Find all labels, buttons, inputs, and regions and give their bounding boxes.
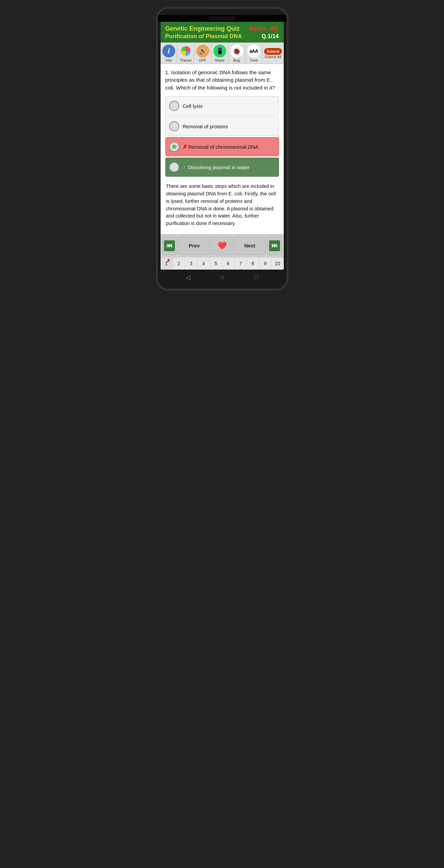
option-d[interactable]: ✓ Dissolving plasmid in water	[165, 158, 279, 177]
radio-c-fill	[172, 145, 176, 149]
question-area: 1. Isolation of genomic DNA follows the …	[161, 64, 284, 234]
page-numbers: 1 ✗ 2 3 4 5 6 7 8	[161, 257, 284, 270]
heart-icon: ❤️	[217, 241, 227, 250]
last-icon: ⏭	[269, 240, 280, 251]
radio-a	[169, 101, 179, 111]
page-7[interactable]: 7	[234, 257, 247, 270]
submit-all-label: Submit All	[265, 55, 281, 59]
android-back-button[interactable]: ◁	[186, 274, 191, 281]
quiz-subtitle: Purification of Plasmid DNA	[165, 33, 242, 40]
toolbar: i Info Theme 🔊 OFF 📱 Share 🐞 Bug	[161, 43, 284, 64]
android-recents-button[interactable]: □	[254, 274, 258, 281]
nav-buttons: ⏮ Prev ❤️ Next ⏭	[161, 234, 284, 257]
question-number: 1.	[165, 69, 170, 75]
page-6-label: 6	[227, 261, 230, 266]
share-button[interactable]: 📱 Share	[211, 43, 228, 64]
theme-label: Theme	[180, 58, 192, 62]
android-nav-bar: ◁ ○ □	[161, 270, 284, 285]
page-1[interactable]: 1 ✗	[161, 257, 173, 270]
radio-c	[169, 142, 179, 152]
info-icon: i	[162, 45, 175, 58]
sound-button[interactable]: 🔊 OFF	[194, 43, 211, 64]
page-8[interactable]: 8	[247, 257, 259, 270]
option-b[interactable]: Removal of proteins	[165, 117, 279, 136]
favorite-button[interactable]: ❤️	[212, 237, 232, 255]
bug-icon: 🐞	[230, 45, 243, 58]
submit-all-btn-element[interactable]: Submit	[264, 48, 282, 55]
option-a[interactable]: Cell lysis	[165, 96, 279, 115]
android-home-button[interactable]: ○	[221, 274, 225, 281]
first-icon: ⏮	[164, 240, 175, 251]
app-header: Genetic Engineering Quiz Score: 0/1 Puri…	[161, 22, 284, 43]
app-title: Genetic Engineering Quiz	[165, 25, 240, 32]
font-label: Font	[250, 58, 258, 62]
info-button[interactable]: i Info	[161, 43, 178, 64]
sound-icon: 🔊	[196, 45, 209, 58]
page-9[interactable]: 9	[259, 257, 272, 270]
info-label: Info	[166, 58, 172, 62]
page-5-label: 5	[214, 261, 217, 266]
page-10[interactable]: 10	[272, 257, 283, 270]
share-label: Share	[215, 58, 225, 62]
page-3-label: 3	[190, 261, 193, 266]
bug-button[interactable]: 🐞 Bug	[228, 43, 245, 64]
page-9-label: 9	[264, 261, 267, 266]
option-b-label: Removal of proteins	[183, 124, 228, 129]
status-bar	[158, 15, 286, 22]
page-10-label: 10	[275, 261, 280, 266]
right-mark-d: ✓	[183, 164, 187, 170]
page-2[interactable]: 2	[173, 257, 185, 270]
question-body: Isolation of genomic DNA follows the sam…	[165, 69, 275, 91]
score-display: Score: 0/1	[249, 25, 279, 32]
page-6[interactable]: 6	[222, 257, 234, 270]
page-7-label: 7	[239, 261, 242, 266]
wrong-mark-c: ✗	[183, 144, 187, 150]
option-d-label: Dissolving plasmid in water	[188, 164, 250, 170]
prev-button[interactable]: Prev	[178, 237, 211, 255]
radio-d	[169, 162, 179, 172]
page-4[interactable]: 4	[197, 257, 210, 270]
font-icon: aAA	[247, 45, 260, 58]
page-8-label: 8	[251, 261, 254, 266]
share-icon: 📱	[213, 45, 226, 58]
theme-icon	[179, 45, 192, 58]
theme-button[interactable]: Theme	[177, 43, 194, 64]
last-button[interactable]: ⏭	[267, 237, 282, 255]
phone-frame: Genetic Engineering Quiz Score: 0/1 Puri…	[156, 7, 289, 291]
explanation-text: There are some basic steps which are inc…	[165, 183, 279, 231]
sound-label: OFF	[199, 58, 207, 62]
status-notch	[209, 16, 236, 20]
next-button[interactable]: Next	[234, 237, 266, 255]
app-container: Genetic Engineering Quiz Score: 0/1 Puri…	[161, 22, 284, 270]
first-button[interactable]: ⏮	[162, 237, 177, 255]
option-c-label: Removal of chromosomal DNA	[188, 144, 259, 150]
question-number-display: Q.1/14	[261, 33, 279, 40]
option-c[interactable]: ✗ Removal of chromosomal DNA	[165, 137, 279, 156]
options-list: Cell lysis Removal of proteins ✗ Removal…	[165, 96, 279, 178]
page-2-label: 2	[178, 261, 180, 266]
page-1-wrong-dot: ✗	[166, 258, 170, 263]
bug-label: Bug	[233, 58, 240, 62]
submit-all-button[interactable]: Submit Submit All	[262, 43, 283, 64]
option-a-label: Cell lysis	[183, 103, 203, 109]
page-4-label: 4	[202, 261, 205, 266]
page-5[interactable]: 5	[210, 257, 222, 270]
radio-b	[169, 121, 179, 131]
question-text: 1. Isolation of genomic DNA follows the …	[165, 69, 279, 92]
page-3[interactable]: 3	[185, 257, 197, 270]
font-button[interactable]: aAA Font	[245, 43, 262, 64]
